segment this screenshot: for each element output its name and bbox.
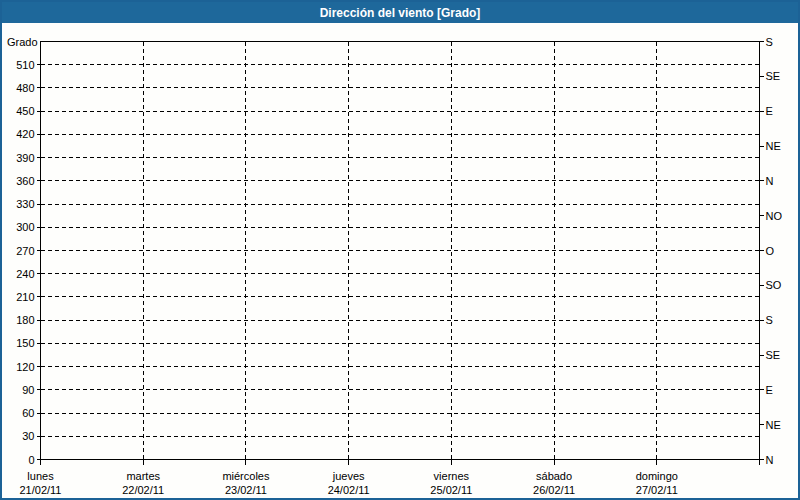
svg-text:E: E	[766, 105, 773, 117]
svg-text:330: 330	[16, 198, 34, 210]
svg-text:0: 0	[28, 454, 34, 466]
svg-text:Grado: Grado	[7, 36, 38, 48]
svg-text:300: 300	[16, 221, 34, 233]
svg-text:NE: NE	[766, 140, 781, 152]
chart-title: Dirección del viento [Grado]	[320, 6, 481, 20]
svg-text:viernes: viernes	[434, 470, 470, 482]
svg-text:27/02/11: 27/02/11	[636, 484, 678, 496]
svg-text:SO: SO	[766, 279, 782, 291]
chart-plot-area: 5104804504203903603303002702402101801501…	[2, 23, 798, 498]
svg-text:miércoles: miércoles	[222, 470, 270, 482]
svg-text:S: S	[766, 36, 773, 48]
wind-direction-chart: 5104804504203903603303002702402101801501…	[2, 23, 798, 498]
svg-text:NE: NE	[766, 419, 781, 431]
svg-text:30: 30	[22, 430, 34, 442]
svg-text:150: 150	[16, 337, 34, 349]
svg-text:N: N	[766, 454, 774, 466]
svg-text:25/02/11: 25/02/11	[430, 484, 472, 496]
svg-text:360: 360	[16, 175, 34, 187]
svg-text:E: E	[766, 384, 773, 396]
svg-text:22/02/11: 22/02/11	[122, 484, 164, 496]
svg-text:N: N	[766, 175, 774, 187]
svg-text:240: 240	[16, 268, 34, 280]
svg-text:O: O	[766, 245, 775, 257]
svg-text:NO: NO	[766, 210, 783, 222]
svg-text:SE: SE	[766, 349, 781, 361]
svg-text:sábado: sábado	[536, 470, 572, 482]
svg-text:180: 180	[16, 314, 34, 326]
svg-text:60: 60	[22, 407, 34, 419]
svg-text:21/02/11: 21/02/11	[19, 484, 61, 496]
svg-text:120: 120	[16, 361, 34, 373]
svg-text:210: 210	[16, 291, 34, 303]
svg-text:480: 480	[16, 82, 34, 94]
svg-text:domingo: domingo	[636, 470, 678, 482]
svg-text:510: 510	[16, 59, 34, 71]
svg-text:420: 420	[16, 128, 34, 140]
svg-text:lunes: lunes	[27, 470, 54, 482]
svg-text:26/02/11: 26/02/11	[533, 484, 575, 496]
svg-text:jueves: jueves	[332, 470, 365, 482]
chart-title-bar: Dirección del viento [Grado]	[2, 2, 798, 23]
wind-direction-chart-window: Dirección del viento [Grado] 51048045042…	[0, 0, 800, 500]
svg-text:390: 390	[16, 152, 34, 164]
svg-text:23/02/11: 23/02/11	[225, 484, 267, 496]
svg-text:S: S	[766, 314, 773, 326]
svg-text:24/02/11: 24/02/11	[328, 484, 370, 496]
svg-text:90: 90	[22, 384, 34, 396]
svg-text:450: 450	[16, 105, 34, 117]
svg-text:martes: martes	[126, 470, 160, 482]
svg-text:270: 270	[16, 245, 34, 257]
svg-text:SE: SE	[766, 70, 781, 82]
